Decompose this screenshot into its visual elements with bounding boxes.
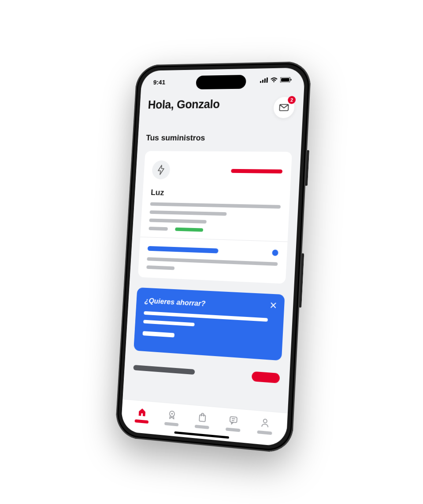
tab-chat[interactable] — [217, 413, 249, 432]
phone-frame: 9:41 Hola, G — [115, 61, 312, 454]
tab-underline — [164, 422, 178, 426]
tab-underline — [257, 430, 272, 434]
svg-rect-6 — [290, 79, 291, 81]
tab-bar — [121, 399, 288, 447]
supplies-section-title: Tus suministros — [146, 133, 293, 143]
promo-title: ¿Quieres ahorrar? — [144, 296, 275, 312]
promo-close-button[interactable] — [268, 300, 278, 310]
tab-profile[interactable] — [249, 416, 281, 436]
status-dot-blue — [272, 249, 278, 256]
badge-icon — [167, 409, 178, 420]
placeholder-line — [146, 265, 174, 270]
placeholder-line — [150, 202, 281, 208]
supply-card[interactable]: Luz — [138, 151, 292, 284]
tab-shop[interactable] — [186, 410, 218, 430]
svg-rect-7 — [279, 104, 288, 110]
placeholder-line — [149, 218, 207, 223]
signal-icon — [260, 77, 268, 83]
svg-rect-0 — [260, 81, 261, 83]
electricity-icon — [152, 160, 171, 179]
supply-card-title: Luz — [151, 188, 282, 199]
svg-rect-5 — [281, 78, 289, 81]
placeholder-line — [143, 320, 194, 326]
svg-rect-1 — [262, 80, 263, 83]
tab-underline — [195, 424, 209, 429]
profile-icon — [260, 417, 271, 429]
card-accent — [231, 169, 282, 173]
tab-services[interactable] — [156, 408, 187, 427]
status-time: 9:41 — [153, 78, 165, 85]
promo-cta-placeholder[interactable] — [142, 331, 174, 337]
promo-card[interactable]: ¿Quieres ahorrar? — [134, 287, 285, 360]
home-indicator[interactable] — [174, 431, 229, 438]
card-divider — [140, 236, 287, 242]
close-icon — [270, 302, 277, 309]
placeholder-line-blue — [148, 246, 219, 253]
svg-point-11 — [263, 419, 267, 423]
svg-rect-10 — [230, 416, 237, 423]
phone-mockup: 9:41 Hola, G — [115, 61, 312, 454]
tab-underline — [135, 419, 149, 423]
home-icon — [137, 406, 147, 418]
mail-icon — [279, 104, 289, 111]
chat-icon — [228, 414, 239, 426]
placeholder-line — [150, 210, 227, 215]
dynamic-island — [196, 74, 246, 89]
svg-rect-3 — [266, 77, 268, 83]
svg-rect-4 — [280, 77, 290, 82]
tab-home[interactable] — [127, 405, 157, 424]
app-screen: 9:41 Hola, G — [121, 67, 305, 447]
greeting-title: Hola, Gonzalo — [148, 97, 220, 111]
placeholder-line — [147, 257, 278, 266]
bag-icon — [197, 411, 208, 423]
svg-rect-2 — [264, 78, 266, 83]
app-content: Hola, Gonzalo 2 Tus suministros — [122, 91, 304, 412]
messages-badge: 2 — [288, 96, 296, 104]
svg-rect-9 — [199, 415, 205, 421]
placeholder-line — [144, 311, 268, 321]
placeholder-line — [148, 226, 167, 230]
section-heading-placeholder — [133, 364, 195, 374]
messages-button[interactable]: 2 — [273, 97, 295, 118]
tab-underline — [226, 427, 241, 432]
action-pill[interactable] — [252, 371, 280, 383]
status-indicator-green — [175, 227, 204, 232]
wifi-icon — [270, 77, 278, 82]
battery-icon — [280, 77, 292, 82]
